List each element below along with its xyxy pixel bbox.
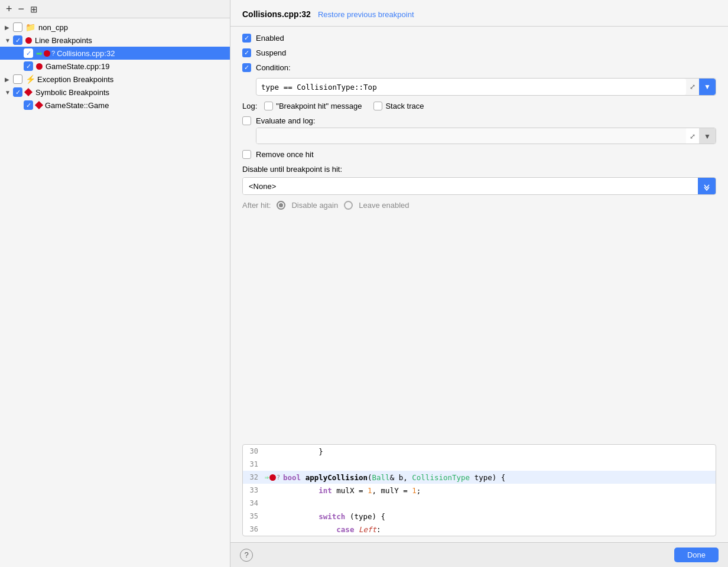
- line-content: int mulX = 1, mulY = 1;: [281, 486, 716, 495]
- code-line-31: 31: [243, 458, 716, 471]
- evaluate-label-row: Evaluate and log:: [242, 116, 716, 125]
- tree-checkbox[interactable]: [13, 22, 22, 32]
- line-content: }: [281, 447, 716, 456]
- condition-input-wrapper: ⤢ ▼: [256, 78, 716, 96]
- code-line-33: 33 int mulX = 1, mulY = 1;: [243, 484, 716, 497]
- remove-checkbox[interactable]: [242, 150, 251, 159]
- evaluate-section: Evaluate and log: ⤢ ▼: [242, 116, 716, 144]
- log-message-label: "Breakpoint hit" message: [276, 102, 362, 110]
- line-content: bool applyCollision(Ball& b, CollisionTy…: [281, 473, 716, 482]
- tree-item-non-cpp[interactable]: ▶ 📁 non_cpp: [0, 21, 230, 34]
- evaluate-dropdown-button[interactable]: ▼: [699, 128, 716, 144]
- code-line-36: 36 case Left:: [243, 523, 716, 536]
- condition-dropdown-button[interactable]: ▼: [699, 79, 716, 95]
- tree-label: Symbolic Breakpoints: [35, 88, 109, 97]
- remove-label: Remove once hit: [256, 150, 314, 159]
- tree-checkbox[interactable]: ✓: [24, 48, 33, 58]
- code-area: 30 } 31 32 ⇒ ? bool applyCollision(Ball&…: [242, 444, 716, 536]
- remove-button[interactable]: −: [18, 4, 25, 14]
- tree-item-gamestate-cpp[interactable]: ✓ GameState.cpp:19: [0, 60, 230, 73]
- line-number: 35: [243, 512, 264, 520]
- after-hit-label: After hit:: [242, 201, 271, 210]
- code-line-34: 34: [243, 497, 716, 510]
- tree-item-exception-breakpoints[interactable]: ▶ ⚡ Exception Breakpoints: [0, 73, 230, 86]
- tree-label: GameState.cpp:19: [46, 62, 109, 71]
- tree-arrow: ▶: [5, 24, 13, 31]
- disable-select-input[interactable]: [243, 178, 698, 194]
- tree-checkbox[interactable]: ✓: [24, 61, 33, 71]
- stack-trace-option: Stack trace: [373, 102, 424, 110]
- remove-row: Remove once hit: [242, 150, 716, 159]
- condition-checkbox[interactable]: ✓: [242, 63, 251, 72]
- line-content: case Left:: [281, 525, 716, 534]
- radio-selected-dot: [279, 203, 283, 207]
- file-title: Collisions.cpp:32: [242, 9, 311, 19]
- breakpoint-dot-icon: [25, 37, 32, 44]
- disable-section: Disable until breakpoint is hit:: [242, 165, 716, 195]
- add-button[interactable]: +: [6, 4, 12, 14]
- expand-condition-button[interactable]: ⤢: [686, 79, 699, 95]
- disable-select-row: [242, 177, 716, 195]
- leave-enabled-radio[interactable]: [344, 201, 353, 210]
- right-content: ✓ Enabled ✓ Suspend ✓ Condition: ⤢ ▼: [230, 27, 728, 444]
- stack-trace-label: Stack trace: [385, 102, 424, 110]
- tree-item-line-breakpoints[interactable]: ▼ ✓ Line Breakpoints: [0, 34, 230, 47]
- condition-input-row: ⤢ ▼: [256, 78, 716, 96]
- tree-checkbox[interactable]: ✓: [13, 35, 22, 45]
- disable-dropdown-button[interactable]: [698, 178, 716, 195]
- breakpoint-diamond-icon: [35, 101, 43, 109]
- tree-arrow: ▶: [5, 76, 13, 83]
- tree-item-gamestate-game[interactable]: ✓ GameState::Game: [0, 99, 230, 112]
- restore-link[interactable]: Restore previous breakpoint: [318, 10, 414, 19]
- left-toolbar: + − ⊞: [0, 0, 230, 18]
- suspend-checkbox[interactable]: ✓: [242, 48, 251, 57]
- arrow-right-gutter-icon: ⇒: [265, 473, 269, 481]
- tree-arrow: ▼: [5, 37, 13, 44]
- tree-label: non_cpp: [38, 23, 68, 32]
- folder-icon: 📁: [25, 22, 35, 32]
- disable-label: Disable until breakpoint is hit:: [242, 165, 716, 174]
- stack-trace-checkbox[interactable]: [373, 102, 382, 110]
- evaluate-input-wrapper: ⤢ ▼: [256, 128, 716, 144]
- line-content: switch (type) {: [281, 512, 716, 521]
- enabled-checkbox[interactable]: ✓: [242, 34, 251, 43]
- condition-label: Condition:: [256, 63, 291, 72]
- options-button[interactable]: ⊞: [30, 5, 38, 14]
- right-panel: Collisions.cpp:32 Restore previous break…: [230, 0, 728, 567]
- after-hit-row: After hit: Disable again Leave enabled: [242, 201, 716, 210]
- code-line-30: 30 }: [243, 445, 716, 458]
- lightning-icon: ⚡: [25, 74, 35, 84]
- breakpoint-diamond-icon: [24, 88, 32, 96]
- disable-again-label: Disable again: [291, 201, 338, 210]
- tree-label: Exception Breakpoints: [37, 75, 113, 84]
- condition-input[interactable]: [256, 79, 686, 95]
- tree-checkbox[interactable]: [13, 74, 22, 84]
- evaluate-input[interactable]: [256, 128, 686, 144]
- disable-again-radio[interactable]: [277, 201, 285, 210]
- line-number: 34: [243, 499, 264, 507]
- right-header: Collisions.cpp:32 Restore previous break…: [230, 0, 728, 27]
- expand-evaluate-button[interactable]: ⤢: [686, 128, 699, 144]
- tree-checkbox[interactable]: ✓: [13, 87, 22, 97]
- line-number: 32: [243, 473, 264, 481]
- tree-area: ▶ 📁 non_cpp ▼ ✓ Line Breakpoints ✓ ➡ ? C…: [0, 18, 230, 567]
- tree-label: GameState::Game: [45, 101, 109, 110]
- left-panel: + − ⊞ ▶ 📁 non_cpp ▼ ✓ Line Breakpoints: [0, 0, 230, 567]
- enabled-label: Enabled: [256, 34, 284, 43]
- tree-checkbox[interactable]: ✓: [24, 100, 33, 110]
- breakpoint-dot-gutter-icon: [269, 474, 276, 481]
- tree-label: Collisions.cpp:32: [57, 49, 115, 58]
- evaluate-checkbox[interactable]: [242, 116, 251, 125]
- line-number: 33: [243, 486, 264, 494]
- log-message-option: "Breakpoint hit" message: [264, 102, 362, 110]
- code-line-32: 32 ⇒ ? bool applyCollision(Ball& b, Coll…: [243, 471, 716, 484]
- breakpoint-dot-icon: [36, 63, 43, 70]
- help-button[interactable]: ?: [240, 549, 253, 562]
- condition-q-gutter: ?: [277, 474, 280, 481]
- tree-arrow: ▼: [5, 89, 13, 96]
- tree-item-symbolic-breakpoints[interactable]: ▼ ✓ Symbolic Breakpoints: [0, 86, 230, 99]
- log-message-checkbox[interactable]: [264, 102, 273, 110]
- done-button[interactable]: Done: [674, 548, 719, 562]
- condition-row: ✓ Condition:: [242, 63, 716, 72]
- tree-item-collisions-cpp[interactable]: ✓ ➡ ? Collisions.cpp:32: [0, 47, 230, 60]
